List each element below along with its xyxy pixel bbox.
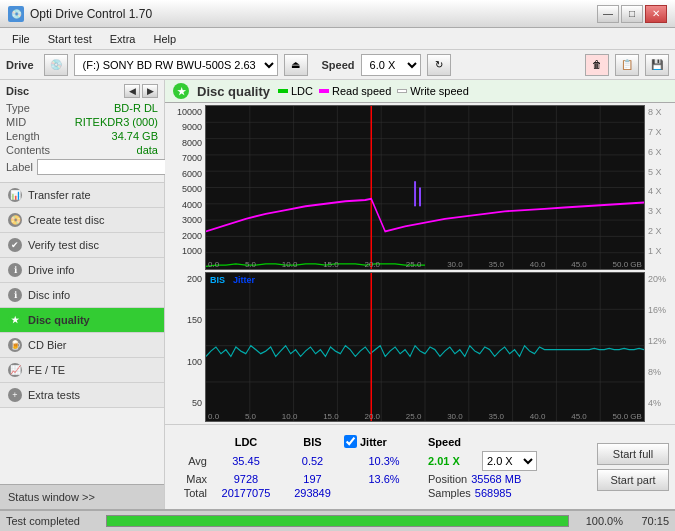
- drive-select[interactable]: (F:) SONY BD RW BWU-500S 2.63: [74, 54, 278, 76]
- menu-help[interactable]: Help: [145, 31, 184, 47]
- total-label: Total: [171, 487, 207, 499]
- x-label-30: 30.0: [447, 260, 463, 269]
- speed-select[interactable]: 6.0 X: [361, 54, 421, 76]
- transfer-rate-icon: 📊: [8, 188, 22, 202]
- total-ldc: 20177075: [211, 487, 281, 499]
- x-label-25: 25.0: [406, 260, 422, 269]
- cd-bier-icon: 🍺: [8, 338, 22, 352]
- bx-5: 5.0: [245, 412, 256, 421]
- speed-select2[interactable]: 2.0 X: [482, 451, 537, 471]
- eject-button[interactable]: ⏏: [284, 54, 308, 76]
- menu-file[interactable]: File: [4, 31, 38, 47]
- speed-header: Speed: [428, 436, 478, 448]
- nav-transfer-rate[interactable]: 📊 Transfer rate: [0, 183, 164, 208]
- nav-drive-info-label: Drive info: [28, 264, 74, 276]
- mid-value: RITEKDR3 (000): [75, 116, 158, 128]
- bis-legend: BIS: [210, 275, 225, 285]
- disc-section: Disc ◀ ▶ Type BD-R DL MID RITEKDR3 (000)…: [0, 80, 164, 183]
- y-label-100: 100: [167, 357, 202, 367]
- label-input[interactable]: [37, 159, 170, 175]
- status-window-button[interactable]: Status window >>: [0, 484, 164, 509]
- contents-value: data: [137, 144, 158, 156]
- bottom-chart-legend: BIS Jitter: [210, 275, 255, 285]
- y-label-9000: 9000: [167, 122, 202, 132]
- chart-legend: LDC Read speed Write speed: [278, 85, 469, 97]
- nav-cd-bier-label: CD Bier: [28, 339, 67, 351]
- progress-percent: 100.0%: [579, 515, 623, 527]
- app-icon: 💿: [8, 6, 24, 22]
- bx-50: 50.0 GB: [613, 412, 642, 421]
- start-part-button[interactable]: Start part: [597, 469, 669, 491]
- status-window-label: Status window >>: [8, 491, 95, 503]
- nav-create-test-disc[interactable]: 📀 Create test disc: [0, 208, 164, 233]
- chart-header: ★ Disc quality LDC Read speed Write spee…: [165, 80, 675, 103]
- stats-table: LDC BIS Jitter Speed Avg 35.45 0.52 10.3…: [171, 435, 581, 499]
- disc-next-button[interactable]: ▶: [142, 84, 158, 98]
- bottom-chart-right-labels: 20% 16% 12% 8% 4%: [645, 272, 673, 422]
- x-label-35: 35.0: [489, 260, 505, 269]
- avg-bis: 0.52: [285, 455, 340, 467]
- right-label-16pct: 16%: [648, 305, 673, 315]
- disc-title: Disc: [6, 85, 29, 97]
- total-bis: 293849: [285, 487, 340, 499]
- bx-45: 45.0: [571, 412, 587, 421]
- write-speed-legend-dot: [397, 89, 407, 93]
- save-button[interactable]: 💾: [645, 54, 669, 76]
- nav-create-test-disc-label: Create test disc: [28, 214, 104, 226]
- read-speed-legend-dot: [319, 89, 329, 93]
- right-panel: ★ Disc quality LDC Read speed Write spee…: [165, 80, 675, 509]
- nav-fe-te[interactable]: 📈 FE / TE: [0, 358, 164, 383]
- nav-verify-test-disc[interactable]: ✔ Verify test disc: [0, 233, 164, 258]
- erase-button[interactable]: 🗑: [585, 54, 609, 76]
- y-label-5000: 5000: [167, 184, 202, 194]
- main-content: Disc ◀ ▶ Type BD-R DL MID RITEKDR3 (000)…: [0, 80, 675, 509]
- right-label-2x: 2 X: [648, 226, 673, 236]
- max-ldc: 9728: [211, 473, 281, 485]
- jitter-legend: Jitter: [233, 275, 255, 285]
- close-button[interactable]: ✕: [645, 5, 667, 23]
- type-label: Type: [6, 102, 30, 114]
- right-label-20pct: 20%: [648, 274, 673, 284]
- chart-icon: ★: [173, 83, 189, 99]
- copy-button[interactable]: 📋: [615, 54, 639, 76]
- menu-extra[interactable]: Extra: [102, 31, 144, 47]
- right-label-12pct: 12%: [648, 336, 673, 346]
- nav-drive-info[interactable]: ℹ Drive info: [0, 258, 164, 283]
- length-label: Length: [6, 130, 40, 142]
- nav-disc-quality[interactable]: ★ Disc quality: [0, 308, 164, 333]
- x-label-40: 40.0: [530, 260, 546, 269]
- nav-cd-bier[interactable]: 🍺 CD Bier: [0, 333, 164, 358]
- stats-area: LDC BIS Jitter Speed Avg 35.45 0.52 10.3…: [165, 424, 675, 509]
- top-chart-right-labels: 8 X 7 X 6 X 5 X 4 X 3 X 2 X 1 X: [645, 105, 673, 270]
- x-label-5: 5.0: [245, 260, 256, 269]
- start-full-button[interactable]: Start full: [597, 443, 669, 465]
- bx-15: 15.0: [323, 412, 339, 421]
- right-label-3x: 3 X: [648, 206, 673, 216]
- minimize-button[interactable]: —: [597, 5, 619, 23]
- y-label-4000: 4000: [167, 200, 202, 210]
- y-label-200: 200: [167, 274, 202, 284]
- maximize-button[interactable]: □: [621, 5, 643, 23]
- nav-disc-info[interactable]: ℹ Disc info: [0, 283, 164, 308]
- progress-bar-inner: [107, 516, 568, 526]
- x-label-50: 50.0 GB: [613, 260, 642, 269]
- drive-label: Drive: [6, 59, 34, 71]
- right-label-6x: 6 X: [648, 147, 673, 157]
- read-speed-legend-label: Read speed: [332, 85, 391, 97]
- position-label: Position: [428, 473, 467, 485]
- position-value: 35568 MB: [471, 473, 521, 485]
- nav-extra-tests[interactable]: + Extra tests: [0, 383, 164, 408]
- jitter-checkbox[interactable]: [344, 435, 357, 448]
- refresh-button[interactable]: ↻: [427, 54, 451, 76]
- status-bar: Test completed 100.0% 70:15: [0, 509, 675, 531]
- disc-quality-icon: ★: [8, 313, 22, 327]
- menu-start-test[interactable]: Start test: [40, 31, 100, 47]
- bx-10: 10.0: [282, 412, 298, 421]
- type-value: BD-R DL: [114, 102, 158, 114]
- contents-label: Contents: [6, 144, 50, 156]
- samples-label: Samples: [428, 487, 471, 499]
- avg-jitter: 10.3%: [344, 455, 424, 467]
- label-label: Label: [6, 161, 33, 173]
- disc-prev-button[interactable]: ◀: [124, 84, 140, 98]
- right-label-8pct: 8%: [648, 367, 673, 377]
